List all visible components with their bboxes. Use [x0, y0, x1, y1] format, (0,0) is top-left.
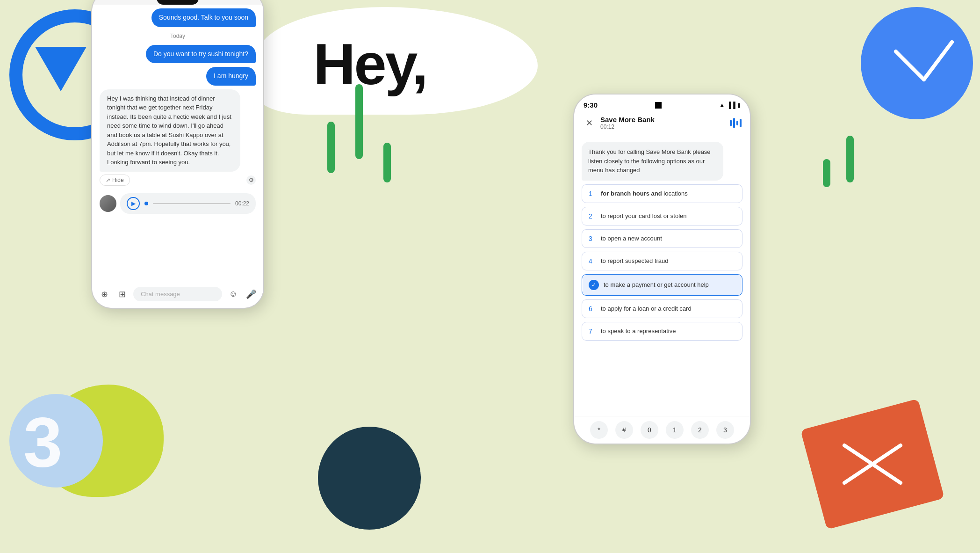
- hey-text: Hey,: [313, 30, 427, 97]
- phone2-camera-dot: [655, 102, 662, 109]
- deco-yellow-blob: [42, 385, 164, 497]
- deco-navy-circle: [318, 427, 421, 530]
- wave-bar-2: [733, 118, 735, 128]
- status-time: 9:30: [584, 101, 598, 109]
- wave-bar-3: [736, 121, 738, 125]
- svg-line-3: [844, 445, 901, 483]
- phone-1-messaging: Sounds good. Talk to you soon Today Do y…: [91, 0, 264, 309]
- ivr-num-3: 3: [589, 235, 596, 242]
- ivr-text-2: to report your card lost or stolen: [601, 212, 687, 219]
- mic-icon[interactable]: 🎤: [245, 288, 258, 301]
- ivr-option-1[interactable]: 1 for branch hours and locations: [582, 184, 742, 203]
- deco-green-bar-6: [383, 143, 391, 182]
- wave-bar-4: [740, 119, 742, 127]
- phone-2-bank-ivr: 9:30 ▲ ▐▐ ▮ ✕ Save More Bank 00:12: [573, 94, 751, 444]
- ivr-num-1: 1: [589, 190, 596, 197]
- ivr-num-2: 2: [589, 212, 596, 220]
- ivr-option-7[interactable]: 7 to speak to a representative: [582, 322, 742, 341]
- status-icons: ▲ ▐▐ ▮: [719, 102, 741, 109]
- phone2-status-bar: 9:30 ▲ ▐▐ ▮: [574, 95, 750, 111]
- ivr-text-7: to speak to a representative: [601, 327, 676, 335]
- ivr-option-6[interactable]: 6 to apply for a loan or a credit card: [582, 299, 742, 318]
- deco-orange-rect: [800, 399, 944, 530]
- call-close-button[interactable]: ✕: [583, 116, 596, 130]
- attach-icon[interactable]: ⊞: [115, 288, 129, 301]
- phone1-notch: [157, 0, 199, 5]
- ivr-text-3: to open a new account: [601, 235, 662, 242]
- ivr-option-2[interactable]: 2 to report your card lost or stolen: [582, 207, 742, 226]
- dial-star[interactable]: *: [590, 421, 608, 439]
- chat-date: Today: [100, 31, 256, 41]
- emoji-icon[interactable]: ☺: [227, 288, 240, 301]
- svg-line-2: [844, 445, 901, 483]
- ivr-checkmark-icon: ✓: [589, 280, 599, 290]
- signal-icon: ▐▐: [727, 102, 735, 109]
- battery-icon: ▮: [737, 102, 741, 109]
- ivr-content: Thank you for calling Save More Bank ple…: [574, 135, 750, 416]
- dial-1[interactable]: 1: [666, 421, 684, 439]
- deco-green-bar-5: [355, 84, 363, 159]
- chat-msg-3: I am hungry: [206, 67, 256, 86]
- call-duration: 00:12: [600, 124, 730, 130]
- call-header: ✕ Save More Bank 00:12: [574, 111, 750, 135]
- audio-progress-line: [153, 203, 231, 204]
- deco-lightblue-blob: [9, 394, 103, 488]
- deco-clock-icon: [868, 14, 966, 112]
- svg-line-1: [924, 42, 952, 80]
- chat-audio-row: ▶ 00:22: [100, 190, 256, 217]
- chat-msg-2: Do you want to try sushi tonight?: [146, 45, 256, 64]
- deco-blue-triangle: [35, 47, 86, 91]
- call-waveform-icon: [730, 118, 742, 128]
- wifi-icon: ▲: [719, 102, 725, 109]
- deco-green-bar-10: [823, 159, 830, 187]
- chat-received-container: Hey I was thinking that instead of dinne…: [100, 89, 256, 187]
- deco-x-icon: [826, 427, 919, 502]
- ivr-option-5-selected[interactable]: ✓ to make a payment or get account help: [582, 274, 742, 296]
- chat-input[interactable]: Chat message: [133, 287, 222, 301]
- ivr-dialpad-row: * # 0 1 2 3: [574, 416, 750, 444]
- audio-duration: 00:22: [235, 200, 249, 207]
- add-icon[interactable]: ⊕: [98, 288, 111, 301]
- deco-green-bar-4: [327, 122, 335, 173]
- deco-blue-circle-right: [861, 7, 973, 119]
- ivr-num-7: 7: [589, 327, 596, 335]
- dial-3[interactable]: 3: [716, 421, 734, 439]
- chat-msg-1: Sounds good. Talk to you soon: [151, 8, 256, 27]
- call-info: Save More Bank 00:12: [596, 116, 730, 130]
- ivr-num-6: 6: [589, 305, 596, 313]
- ivr-text-4: to report suspected fraud: [601, 257, 669, 264]
- chat-input-bar: ⊕ ⊞ Chat message ☺ 🎤: [92, 280, 263, 308]
- settings-gear-icon[interactable]: ⚙: [246, 175, 256, 185]
- ivr-text-1: for branch hours and locations: [601, 190, 688, 197]
- ivr-text-5: to make a payment or get account help: [604, 281, 709, 288]
- wave-bar-1: [730, 120, 732, 126]
- ivr-greeting-bubble: Thank you for calling Save More Bank ple…: [582, 142, 723, 181]
- ivr-option-4[interactable]: 4 to report suspected fraud: [582, 252, 742, 270]
- play-button[interactable]: ▶: [127, 197, 140, 210]
- hide-button[interactable]: ↗ Hide: [100, 175, 130, 186]
- dial-0[interactable]: 0: [641, 421, 658, 439]
- deco-white-blob: [257, 7, 538, 115]
- svg-line-0: [896, 51, 924, 80]
- chat-msg-received: Hey I was thinking that instead of dinne…: [100, 89, 240, 172]
- dial-2[interactable]: 2: [691, 421, 709, 439]
- ivr-option-3[interactable]: 3 to open a new account: [582, 229, 742, 248]
- audio-bubble: ▶ 00:22: [120, 193, 256, 214]
- phone1-chat-area: Sounds good. Talk to you soon Today Do y…: [92, 5, 263, 280]
- ivr-num-4: 4: [589, 257, 596, 265]
- avatar: [100, 195, 116, 212]
- deco-number-3: 3: [23, 402, 62, 483]
- bank-name: Save More Bank: [600, 116, 730, 124]
- deco-green-bar-11: [846, 136, 854, 182]
- audio-dot: [144, 202, 148, 205]
- dial-hash[interactable]: #: [615, 421, 633, 439]
- ivr-text-6: to apply for a loan or a credit card: [601, 305, 692, 312]
